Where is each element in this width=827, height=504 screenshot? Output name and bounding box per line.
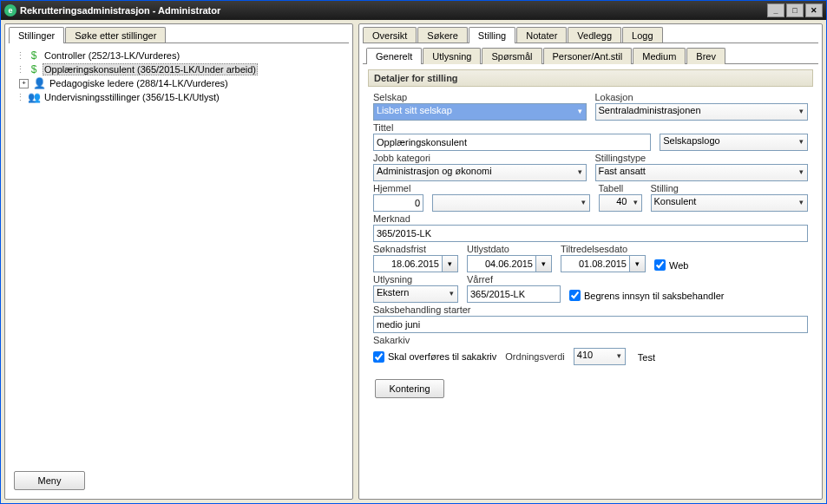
people-icon: 👥 <box>28 91 40 103</box>
logo-select[interactable]: Selskapslogo <box>660 134 808 151</box>
stilling-label: Stilling <box>651 183 809 193</box>
date-picker-button[interactable]: ▾ <box>536 255 552 272</box>
begrens-label: Begrens innsyn til saksbehandler <box>584 291 724 301</box>
utlysning-select[interactable]: Ekstern <box>373 285 458 303</box>
date-picker-button[interactable]: ▾ <box>443 255 458 272</box>
tab-vedlegg[interactable]: Vedlegg <box>568 27 621 43</box>
tab-notater[interactable]: Notater <box>516 27 567 43</box>
stilling-select[interactable]: Konsulent <box>651 194 809 212</box>
tree-item[interactable]: ⋮ $ Controller (252/13-LK/Vurderes) <box>14 49 344 62</box>
utlysning-label: Utlysning <box>373 274 458 285</box>
stiltype-label: Stillingstype <box>595 153 809 163</box>
section-header: Detaljer for stilling <box>368 69 813 87</box>
position-tree: ⋮ $ Controller (252/13-LK/Vurderes) ⋮ $ … <box>12 47 345 106</box>
subtab-medium[interactable]: Medium <box>633 48 686 64</box>
utlystdato-label: Utlystdato <box>467 244 552 254</box>
meny-button[interactable]: Meny <box>14 471 85 490</box>
utlystdato-input[interactable] <box>467 255 536 272</box>
subtab-sporsmal[interactable]: Spørsmål <box>482 48 541 64</box>
jobbkat-label: Jobb kategori <box>373 153 587 163</box>
saksbehandling-label: Saksbehandling starter <box>373 304 808 315</box>
money-icon: $ <box>28 63 40 75</box>
tab-logg[interactable]: Logg <box>622 27 662 43</box>
app-icon: e <box>4 4 16 16</box>
web-checkbox[interactable] <box>654 259 666 271</box>
window-title: Rekrutteringsadministrasjon - Administra… <box>20 5 220 16</box>
tabell-label: Tabell <box>599 183 642 193</box>
maximize-button[interactable]: □ <box>786 3 804 17</box>
jobbkat-select[interactable]: Administrasjon og økonomi <box>373 164 587 181</box>
hjemmel-number-input[interactable] <box>373 194 423 212</box>
tab-stillinger[interactable]: Stillinger <box>9 27 64 43</box>
skal-overfores-checkbox[interactable] <box>373 351 384 363</box>
tree-item[interactable]: ⋮ 👥 Undervisningsstillinger (356/15-LK/U… <box>14 90 344 104</box>
subtab-brev[interactable]: Brev <box>686 48 725 64</box>
tab-soke-etter-stillinger[interactable]: Søke etter stillinger <box>65 27 166 43</box>
titlebar: e Rekrutteringsadministrasjon - Administ… <box>1 1 826 20</box>
soknadsfrist-input[interactable] <box>373 255 443 272</box>
lokasjon-select[interactable]: Sentraladministrasjonen <box>595 103 809 121</box>
close-button[interactable]: ✕ <box>805 3 823 17</box>
varref-label: Vårref <box>467 274 561 285</box>
web-label: Web <box>669 260 688 271</box>
tree-item[interactable]: + 👤 Pedagogiske ledere (288/14-LK/Vurder… <box>14 76 344 90</box>
tabell-select[interactable]: 40 <box>599 194 642 212</box>
selskap-select[interactable]: Lisbet sitt selskap <box>373 103 587 121</box>
expander-icon[interactable]: + <box>19 79 29 88</box>
tab-oversikt[interactable]: Oversikt <box>363 27 417 43</box>
stiltype-select[interactable]: Fast ansatt <box>595 164 809 181</box>
subtab-generelt[interactable]: Generelt <box>366 48 422 64</box>
selskap-label: Selskap <box>373 92 587 102</box>
app-window: e Rekrutteringsadministrasjon - Administ… <box>0 0 827 504</box>
begrens-checkbox[interactable] <box>569 290 581 301</box>
person-icon: 👤 <box>33 77 45 89</box>
kontering-button[interactable]: Kontering <box>375 379 444 398</box>
subtab-utlysning[interactable]: Utlysning <box>423 48 481 64</box>
date-picker-button[interactable]: ▾ <box>630 255 646 272</box>
merknad-label: Merknad <box>373 213 808 224</box>
ordningsverdi-text: Test <box>638 350 655 363</box>
money-icon: $ <box>28 49 40 62</box>
right-panel: Oversikt Søkere Stilling Notater Vedlegg… <box>358 23 823 500</box>
minimize-button[interactable]: _ <box>767 3 784 17</box>
soknadsfrist-label: Søknadsfrist <box>373 244 458 254</box>
form: Selskap Lisbet sitt selskap Lokasjon Sen… <box>363 87 818 403</box>
tab-sokere[interactable]: Søkere <box>417 27 467 43</box>
tree-item[interactable]: ⋮ $ Opplæringskonsulent (365/2015-LK/Und… <box>14 62 344 76</box>
lokasjon-label: Lokasjon <box>595 92 809 102</box>
subtab-personer[interactable]: Personer/Ant.stil <box>543 48 633 64</box>
right-tab-content: Generelt Utlysning Spørsmål Personer/Ant… <box>363 43 818 495</box>
tittel-label: Tittel <box>373 122 651 133</box>
varref-input[interactable] <box>467 285 561 303</box>
saksbehandling-input[interactable] <box>373 316 808 333</box>
tittel-input[interactable] <box>373 134 651 151</box>
merknad-input[interactable] <box>373 225 808 242</box>
hjemmel-select[interactable] <box>432 194 590 212</box>
left-tab-content: ⋮ $ Controller (252/13-LK/Vurderes) ⋮ $ … <box>9 43 349 495</box>
hjemmel-label: Hjemmel <box>373 183 423 193</box>
tab-stilling[interactable]: Stilling <box>469 27 515 43</box>
tiltredelse-label: Tiltredelsesdato <box>561 244 646 254</box>
skal-overfores-label: Skal overføres til sakakriv <box>388 351 496 362</box>
tiltredelse-input[interactable] <box>561 255 630 272</box>
ordningsverdi-select[interactable]: 410 <box>574 348 626 365</box>
sakarkiv-label: Sakarkiv <box>373 335 808 345</box>
left-panel: Stillinger Søke etter stillinger ⋮ $ Con… <box>4 23 353 500</box>
ordningsverdi-label: Ordningsverdi <box>505 351 564 362</box>
